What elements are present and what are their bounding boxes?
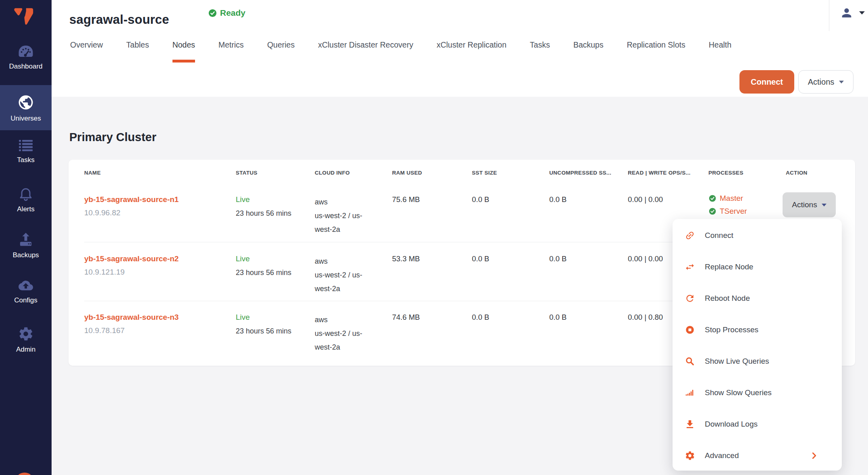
menu-item-show-live-queries[interactable]: Show Live Queries <box>673 346 842 377</box>
user-menu[interactable] <box>840 6 865 20</box>
caret-down-icon <box>859 11 865 15</box>
tab-xcluster-disaster-recovery[interactable]: xCluster Disaster Recovery <box>318 40 413 50</box>
dashboard-icon <box>17 44 35 59</box>
section-heading: Primary Cluster <box>69 131 156 144</box>
sidebar-item-backups[interactable]: Backups <box>0 226 52 266</box>
column-header-name: NAME <box>84 170 101 176</box>
tab-overview[interactable]: Overview <box>70 40 103 50</box>
yugabyte-logo[interactable] <box>13 7 34 26</box>
ram-used: 75.6 MB <box>392 195 420 204</box>
cloud-region: us-west-2 / us- <box>315 268 362 282</box>
node-uptime: 23 hours 56 mins <box>236 209 291 218</box>
tab-backups[interactable]: Backups <box>573 40 604 50</box>
node-name-link[interactable]: yb-15-sagrawal-source-n2 <box>84 254 179 263</box>
menu-item-label: Show Live Queries <box>705 357 769 366</box>
read-write-ops: 0.00 | 0.00 <box>628 254 663 263</box>
ram-used: 53.3 MB <box>392 254 420 263</box>
tab-health[interactable]: Health <box>709 40 731 50</box>
column-header-action: ACTION <box>786 170 808 176</box>
sidebar-item-tasks[interactable]: Tasks <box>0 133 52 172</box>
tab-queries[interactable]: Queries <box>267 40 295 50</box>
universe-actions-button[interactable]: Actions <box>798 70 853 94</box>
column-header-ram-used: RAM USED <box>392 170 422 176</box>
column-header-processes: PROCESSES <box>708 170 743 176</box>
page-title: sagrawal-source <box>69 12 169 27</box>
sidebar-item-label: Universes <box>0 115 52 123</box>
process-tserver[interactable]: TServer <box>708 207 747 216</box>
menu-item-connect[interactable]: Connect <box>673 220 842 251</box>
check-circle-icon <box>708 194 716 202</box>
sidebar-item-label: Configs <box>0 296 52 304</box>
swap-icon <box>685 262 695 272</box>
menu-item-label: Download Logs <box>705 420 758 429</box>
menu-item-label: Replace Node <box>705 262 753 271</box>
help-bubble-button[interactable] <box>15 473 34 475</box>
sidebar-item-label: Alerts <box>0 205 52 213</box>
sidebar-item-configs[interactable]: Configs <box>0 273 52 313</box>
column-header-sst-size: SST SIZE <box>472 170 497 176</box>
tab-nodes[interactable]: Nodes <box>172 40 195 50</box>
check-circle-icon <box>208 8 217 18</box>
read-write-ops: 0.00 | 0.00 <box>628 195 663 204</box>
sidebar-item-dashboard[interactable]: Dashboard <box>0 39 52 77</box>
cloud-zone: west-2a <box>315 282 362 296</box>
node-ip: 10.9.96.82 <box>84 208 179 217</box>
node-actions-button[interactable]: Actions <box>783 192 836 217</box>
node-name-link[interactable]: yb-15-sagrawal-source-n3 <box>84 313 179 322</box>
node-uptime: 23 hours 56 mins <box>236 327 291 335</box>
cloud-zone: west-2a <box>315 340 362 354</box>
menu-item-show-slow-queries[interactable]: Show Slow Queries <box>673 377 842 408</box>
tasks-icon <box>18 139 34 152</box>
process-label: TServer <box>720 207 747 216</box>
read-write-ops: 0.00 | 0.80 <box>628 313 663 322</box>
sidebar-item-universes[interactable]: Universes <box>0 85 52 130</box>
menu-item-download-logs[interactable]: Download Logs <box>673 408 842 440</box>
stop-icon <box>685 325 695 335</box>
uncompressed-sst: 0.0 B <box>549 254 567 263</box>
tab-tables[interactable]: Tables <box>126 40 149 50</box>
node-ip: 10.9.78.167 <box>84 326 179 335</box>
sidebar-item-alerts[interactable]: Alerts <box>0 180 52 220</box>
menu-item-advanced[interactable]: Advanced <box>673 440 842 471</box>
configs-icon <box>17 278 35 293</box>
gear-icon <box>685 450 695 461</box>
menu-item-replace-node[interactable]: Replace Node <box>673 251 842 283</box>
sst-size: 0.0 B <box>472 254 489 263</box>
menu-item-stop-processes[interactable]: Stop Processes <box>673 314 842 346</box>
header-divider <box>829 0 829 31</box>
node-status: Live <box>236 254 291 263</box>
universe-tabs: Overview Tables Nodes Metrics Queries xC… <box>70 40 731 50</box>
tab-xcluster-replication[interactable]: xCluster Replication <box>436 40 506 50</box>
node-ip: 10.9.121.19 <box>84 268 179 277</box>
column-header-cloud-info: CLOUD INFO <box>315 170 350 176</box>
sidebar-item-label: Backups <box>0 251 52 259</box>
caret-down-icon <box>839 81 844 83</box>
node-name-link[interactable]: yb-15-sagrawal-source-n1 <box>84 195 179 204</box>
process-label: Master <box>720 194 743 203</box>
sidebar-item-label: Dashboard <box>0 62 52 71</box>
admin-icon <box>18 326 34 342</box>
sidebar-item-admin[interactable]: Admin <box>0 320 52 359</box>
menu-item-reboot-node[interactable]: Reboot Node <box>673 283 842 314</box>
tab-metrics[interactable]: Metrics <box>218 40 244 50</box>
search-icon <box>685 356 695 367</box>
menu-item-label: Advanced <box>705 451 739 460</box>
connect-button[interactable]: Connect <box>739 70 794 94</box>
node-status: Live <box>236 313 291 322</box>
cloud-zone: west-2a <box>315 223 362 236</box>
tab-replication-slots[interactable]: Replication Slots <box>627 40 685 50</box>
process-master[interactable]: Master <box>708 194 747 203</box>
cloud-provider: aws <box>315 254 362 268</box>
sst-size: 0.0 B <box>472 313 489 322</box>
tab-tasks[interactable]: Tasks <box>530 40 550 50</box>
node-status: Live <box>236 195 291 204</box>
menu-item-label: Show Slow Queries <box>705 388 772 397</box>
sidebar: Dashboard Universes Tasks <box>0 0 52 475</box>
bar-chart-icon <box>685 388 695 398</box>
cloud-provider: aws <box>315 195 362 209</box>
column-header-status: STATUS <box>236 170 257 176</box>
uncompressed-sst: 0.0 B <box>549 195 567 204</box>
user-icon <box>840 6 853 20</box>
column-header-read-write: READ | WRITE OPS/S... <box>628 170 691 176</box>
universe-actions-label: Actions <box>808 77 835 87</box>
